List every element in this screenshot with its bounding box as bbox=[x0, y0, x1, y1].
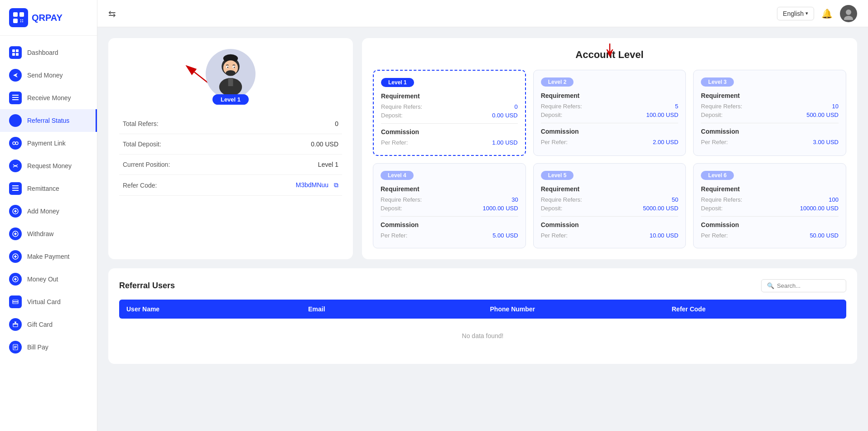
deposit-row-3: Deposit: 500.00 USD bbox=[701, 111, 839, 118]
svg-rect-4 bbox=[22, 19, 23, 20]
sidebar-item-make-payment[interactable]: Make Payment bbox=[0, 245, 97, 268]
svg-point-41 bbox=[844, 16, 853, 20]
current-position-row: Current Position: Level 1 bbox=[119, 155, 342, 175]
commission-title-6: Commission bbox=[701, 221, 839, 228]
deposit-row-2: Deposit: 100.00 USD bbox=[541, 111, 679, 118]
sidebar-item-referral-status[interactable]: Referral Status bbox=[0, 109, 97, 132]
sidebar-item-payment-link[interactable]: Payment Link bbox=[0, 132, 97, 155]
table-header-refer-code: Refer Code bbox=[665, 300, 846, 319]
refer-code-label: Refer Code: bbox=[119, 175, 236, 196]
per-refer-row-5: Per Refer: 10.00 USD bbox=[541, 232, 679, 239]
requirement-title-6: Requirement bbox=[701, 185, 839, 193]
current-position-label: Current Position: bbox=[119, 155, 236, 175]
cards-row: Level 1 Total Refers: 0 Total Deposit: 0… bbox=[108, 38, 857, 259]
sidebar: QRPAY Dashboard Send Money Receive Money bbox=[0, 0, 97, 431]
referral-status-icon bbox=[9, 114, 22, 127]
sidebar-item-receive-money[interactable]: Receive Money bbox=[0, 87, 97, 109]
language-label: English bbox=[783, 10, 804, 17]
svg-point-51 bbox=[234, 67, 235, 68]
sidebar-item-send-money[interactable]: Send Money bbox=[0, 64, 97, 87]
topbar: ⇆ English ▾ 🔔 bbox=[97, 0, 868, 27]
svg-rect-7 bbox=[12, 49, 15, 52]
svg-rect-19 bbox=[12, 190, 19, 191]
sidebar-item-gift-card[interactable]: Gift Card bbox=[0, 313, 97, 336]
deposit-row-1: Deposit: 0.00 USD bbox=[381, 112, 518, 119]
sidebar-item-withdraw[interactable]: Withdraw bbox=[0, 223, 97, 245]
commission-title-4: Commission bbox=[381, 221, 518, 228]
svg-rect-13 bbox=[12, 99, 19, 100]
svg-rect-1 bbox=[19, 12, 24, 17]
no-data-message: No data found! bbox=[119, 319, 846, 353]
levels-grid: Level 1 Requirement Require Refers: 0 De… bbox=[373, 70, 846, 248]
svg-rect-11 bbox=[12, 95, 19, 96]
sidebar-item-request-money[interactable]: Request Money bbox=[0, 155, 97, 177]
topbar-right: English ▾ 🔔 bbox=[777, 5, 857, 22]
sidebar-navigation: Dashboard Send Money Receive Money Refer… bbox=[0, 36, 97, 431]
total-refers-label: Total Refers: bbox=[119, 114, 236, 134]
sidebar-item-dashboard[interactable]: Dashboard bbox=[0, 41, 97, 64]
level-badge-1: Level 1 bbox=[381, 78, 414, 87]
current-position-value: Level 1 bbox=[236, 155, 342, 175]
svg-rect-10 bbox=[16, 53, 19, 56]
require-refers-row-1: Require Refers: 0 bbox=[381, 103, 518, 110]
request-money-icon bbox=[9, 160, 22, 172]
level-box-3: Level 3 Requirement Require Refers: 10 D… bbox=[693, 70, 846, 156]
require-refers-row-2: Require Refers: 5 bbox=[541, 103, 679, 110]
level-badge-6: Level 6 bbox=[701, 171, 734, 180]
user-avatar-circle bbox=[206, 49, 256, 99]
svg-rect-0 bbox=[13, 12, 18, 17]
svg-rect-18 bbox=[12, 188, 19, 189]
logo-icon bbox=[9, 8, 28, 27]
search-icon: 🔍 bbox=[767, 282, 774, 289]
sidebar-item-add-money-label: Add Money bbox=[27, 208, 59, 215]
notification-icon[interactable]: 🔔 bbox=[821, 8, 833, 19]
svg-rect-2 bbox=[13, 19, 18, 23]
sidebar-item-receive-money-label: Receive Money bbox=[27, 94, 71, 102]
require-refers-row-3: Require Refers: 10 bbox=[701, 103, 839, 110]
sidebar-item-add-money[interactable]: Add Money bbox=[0, 200, 97, 223]
level-badge-3: Level 3 bbox=[701, 77, 734, 87]
remittance-icon bbox=[9, 182, 22, 195]
sidebar-item-remittance-label: Remittance bbox=[27, 185, 59, 192]
level-badge-main: Level 1 bbox=[212, 94, 249, 105]
table-header-email: Email bbox=[301, 300, 482, 319]
per-refer-row-1: Per Refer: 1.00 USD bbox=[381, 139, 518, 146]
user-avatar[interactable] bbox=[840, 5, 857, 22]
requirement-title-3: Requirement bbox=[701, 92, 839, 99]
table-header: User NameEmailPhone NumberRefer Code bbox=[119, 300, 846, 319]
sidebar-item-gift-card-label: Gift Card bbox=[27, 321, 53, 328]
svg-rect-9 bbox=[12, 53, 15, 56]
requirement-title-2: Requirement bbox=[541, 92, 679, 99]
requirement-title-4: Requirement bbox=[381, 185, 518, 193]
per-refer-row-3: Per Refer: 3.00 USD bbox=[701, 139, 839, 145]
svg-rect-6 bbox=[22, 21, 23, 22]
total-refers-row: Total Refers: 0 bbox=[119, 114, 342, 134]
toggle-sidebar-icon[interactable]: ⇆ bbox=[108, 8, 116, 19]
sidebar-item-money-out[interactable]: Money Out bbox=[0, 268, 97, 291]
deposit-row-4: Deposit: 1000.00 USD bbox=[381, 205, 518, 212]
referral-users-card: Referral Users 🔍 User NameEmailPhone Num… bbox=[108, 268, 857, 364]
refer-code-value: M3bdMNuu ⧉ bbox=[236, 175, 342, 196]
copy-icon[interactable]: ⧉ bbox=[334, 181, 338, 189]
commission-title-5: Commission bbox=[541, 221, 679, 228]
svg-rect-3 bbox=[20, 19, 21, 20]
svg-point-50 bbox=[227, 67, 228, 68]
sidebar-item-virtual-card[interactable]: Virtual Card bbox=[0, 291, 97, 313]
sidebar-item-bill-pay-label: Bill Pay bbox=[27, 344, 48, 351]
make-payment-icon bbox=[9, 250, 22, 263]
search-box[interactable]: 🔍 bbox=[761, 279, 846, 292]
sidebar-item-make-payment-label: Make Payment bbox=[27, 253, 69, 260]
sidebar-item-send-money-label: Send Money bbox=[27, 72, 63, 79]
svg-point-47 bbox=[226, 70, 236, 76]
requirement-title-1: Requirement bbox=[381, 92, 518, 100]
svg-rect-12 bbox=[12, 97, 19, 98]
require-refers-row-6: Require Refers: 100 bbox=[701, 196, 839, 203]
language-selector[interactable]: English ▾ bbox=[777, 7, 814, 20]
sidebar-item-withdraw-label: Withdraw bbox=[27, 230, 53, 237]
dashboard-icon bbox=[9, 46, 22, 59]
level-box-2: Level 2 Requirement Require Refers: 5 De… bbox=[533, 70, 686, 156]
sidebar-item-bill-pay[interactable]: Bill Pay bbox=[0, 336, 97, 358]
search-input[interactable] bbox=[777, 282, 840, 289]
sidebar-item-remittance[interactable]: Remittance bbox=[0, 177, 97, 200]
total-deposit-value: 0.00 USD bbox=[236, 134, 342, 155]
